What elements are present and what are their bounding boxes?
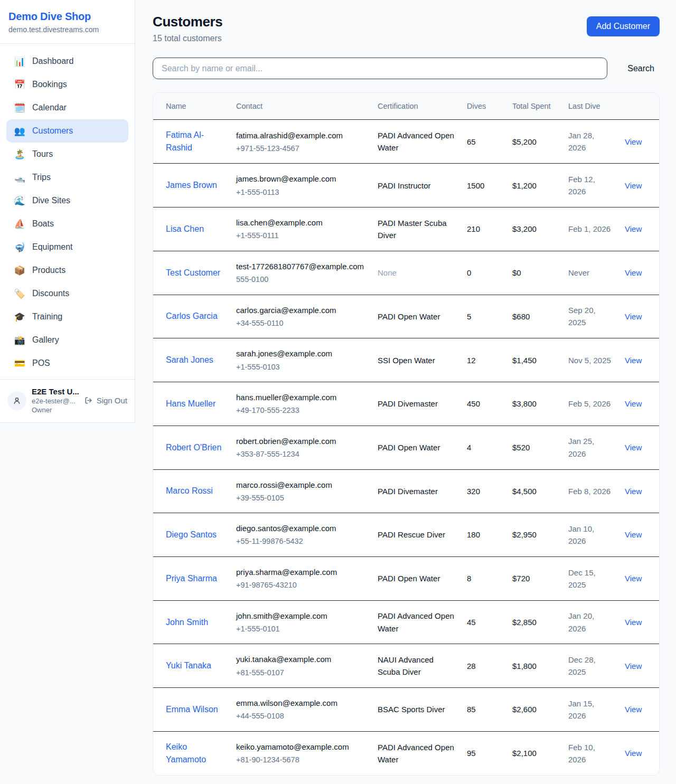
table-row: Hans Mueller hans.mueller@example.com +4… xyxy=(153,382,660,426)
customer-name-link[interactable]: James Brown xyxy=(166,179,217,192)
customer-certification: PADI Rescue Diver xyxy=(378,530,445,539)
view-link[interactable]: View xyxy=(625,268,642,277)
view-link[interactable]: View xyxy=(625,749,642,758)
customer-name-link[interactable]: Emma Wilson xyxy=(166,703,218,716)
sidebar-item-dive-sites[interactable]: 🌊 Dive Sites xyxy=(6,189,128,212)
table-row: Diego Santos diego.santos@example.com +5… xyxy=(153,513,660,557)
customer-name-link[interactable]: Marco Rossi xyxy=(166,485,213,497)
view-link[interactable]: View xyxy=(625,181,642,190)
view-link[interactable]: View xyxy=(625,487,642,496)
customer-email: sarah.jones@example.com xyxy=(236,347,365,360)
table-row: Marco Rossi marco.rossi@example.com +39-… xyxy=(153,469,660,513)
view-link[interactable]: View xyxy=(625,574,642,583)
table-row: Emma Wilson emma.wilson@example.com +44-… xyxy=(153,688,660,732)
sign-out-button[interactable]: Sign Out xyxy=(84,396,127,405)
customer-certification: PADI Master Scuba Diver xyxy=(378,219,447,240)
sidebar-item-label: Calendar xyxy=(32,103,67,112)
customer-email: fatima.alrashid@example.com xyxy=(236,129,365,141)
customer-certification: None xyxy=(378,268,397,277)
search-input[interactable] xyxy=(153,58,607,79)
sidebar-item-trips[interactable]: 🛥️ Trips xyxy=(6,166,128,189)
sidebar-header: Demo Dive Shop demo.test.divestreams.com xyxy=(0,0,135,44)
sidebar-item-customers[interactable]: 👥 Customers xyxy=(6,119,128,143)
customer-name-link[interactable]: Yuki Tanaka xyxy=(166,659,211,672)
view-link[interactable]: View xyxy=(625,530,642,539)
customer-name-link[interactable]: Hans Mueller xyxy=(166,398,215,410)
shop-domain: demo.test.divestreams.com xyxy=(8,25,126,34)
sidebar-item-label: Equipment xyxy=(32,242,73,252)
sidebar-nav: 📊 Dashboard 📅 Bookings 🗓️ Calendar 👥 Cus… xyxy=(0,44,135,378)
table-head: NameContactCertificationDivesTotal Spent… xyxy=(153,93,660,120)
view-link[interactable]: View xyxy=(625,662,642,670)
table-row: Keiko Yamamoto keiko.yamamoto@example.co… xyxy=(153,731,660,775)
add-customer-button[interactable]: Add Customer xyxy=(587,16,660,36)
sidebar-item-dashboard[interactable]: 📊 Dashboard xyxy=(6,50,128,73)
view-link[interactable]: View xyxy=(625,356,642,365)
customer-name-link[interactable]: Diego Santos xyxy=(166,528,217,541)
person-icon xyxy=(12,396,22,405)
customer-certification: PADI Open Water xyxy=(378,312,440,321)
customer-dives: 180 xyxy=(461,513,506,557)
customer-last-dive: Dec 28, 2025 xyxy=(562,644,618,688)
customer-certification: NAUI Advanced Scuba Diver xyxy=(378,655,434,676)
shop-name: Demo Dive Shop xyxy=(8,11,126,23)
customer-dives: 0 xyxy=(461,251,506,295)
sidebar-item-boats[interactable]: ⛵ Boats xyxy=(6,212,128,235)
table-header-row: NameContactCertificationDivesTotal Spent… xyxy=(153,93,660,120)
sidebar-item-pos[interactable]: 💳 POS xyxy=(6,352,128,375)
customer-last-dive: Jan 20, 2026 xyxy=(562,600,618,644)
avatar xyxy=(7,391,26,410)
customer-name-link[interactable]: Priya Sharma xyxy=(166,572,217,585)
column-header: Contact xyxy=(230,93,371,120)
table-row: Fatima Al-Rashid fatima.alrashid@example… xyxy=(153,120,660,164)
customer-email: yuki.tanaka@example.com xyxy=(236,653,365,665)
customer-name-link[interactable]: Lisa Chen xyxy=(166,223,204,235)
customer-name-link[interactable]: Sarah Jones xyxy=(166,354,213,366)
sidebar-item-calendar[interactable]: 🗓️ Calendar xyxy=(6,96,128,119)
customers-table: NameContactCertificationDivesTotal Spent… xyxy=(153,93,660,775)
graduation-cap-icon: 🎓 xyxy=(14,311,25,323)
diving-mask-icon: 🤿 xyxy=(14,242,25,253)
sidebar-item-products[interactable]: 📦 Products xyxy=(6,259,128,282)
search-button[interactable]: Search xyxy=(622,64,660,73)
view-link[interactable]: View xyxy=(625,312,642,321)
view-link[interactable]: View xyxy=(625,705,642,714)
customer-name-link[interactable]: Keiko Yamamoto xyxy=(166,741,223,766)
page-title: Customers xyxy=(153,14,222,30)
view-link[interactable]: View xyxy=(625,443,642,452)
customer-dives: 320 xyxy=(461,469,506,513)
main-content: Customers 15 total customers Add Custome… xyxy=(135,0,676,784)
customer-email: carlos.garcia@example.com xyxy=(236,304,365,316)
page-header-text: Customers 15 total customers xyxy=(153,14,222,43)
sidebar-item-bookings[interactable]: 📅 Bookings xyxy=(6,73,128,96)
customer-name-link[interactable]: Carlos Garcia xyxy=(166,310,218,323)
customer-phone: +44-555-0108 xyxy=(236,710,365,722)
view-link[interactable]: View xyxy=(625,224,642,233)
customer-name-link[interactable]: Fatima Al-Rashid xyxy=(166,129,223,154)
customer-dives: 28 xyxy=(461,644,506,688)
customer-email: keiko.yamamoto@example.com xyxy=(236,741,365,753)
view-link[interactable]: View xyxy=(625,137,642,146)
column-header xyxy=(618,93,660,120)
customer-total-spent: $2,950 xyxy=(506,513,562,557)
view-link[interactable]: View xyxy=(625,618,642,627)
column-header: Dives xyxy=(461,93,506,120)
sidebar-item-discounts[interactable]: 🏷️ Discounts xyxy=(6,282,128,305)
table-row: Lisa Chen lisa.chen@example.com +1-555-0… xyxy=(153,207,660,251)
customer-name-link[interactable]: Test Customer xyxy=(166,267,220,279)
sidebar-item-equipment[interactable]: 🤿 Equipment xyxy=(6,235,128,259)
user-name: E2E Test U... xyxy=(32,387,79,396)
customer-total-spent: $3,200 xyxy=(506,207,562,251)
sidebar-item-gallery[interactable]: 📸 Gallery xyxy=(6,328,128,352)
customer-name-link[interactable]: John Smith xyxy=(166,616,208,629)
sidebar: Demo Dive Shop demo.test.divestreams.com… xyxy=(0,0,135,423)
customer-dives: 45 xyxy=(461,600,506,644)
customer-email: diego.santos@example.com xyxy=(236,522,365,534)
sidebar-item-tours[interactable]: 🏝️ Tours xyxy=(6,143,128,166)
user-email: e2e-tester@... xyxy=(32,397,79,405)
customer-name-link[interactable]: Robert O'Brien xyxy=(166,441,221,454)
view-link[interactable]: View xyxy=(625,399,642,408)
sidebar-item-training[interactable]: 🎓 Training xyxy=(6,305,128,328)
motorboat-icon: 🛥️ xyxy=(14,172,25,183)
customer-last-dive: Jan 28, 2026 xyxy=(562,120,618,164)
